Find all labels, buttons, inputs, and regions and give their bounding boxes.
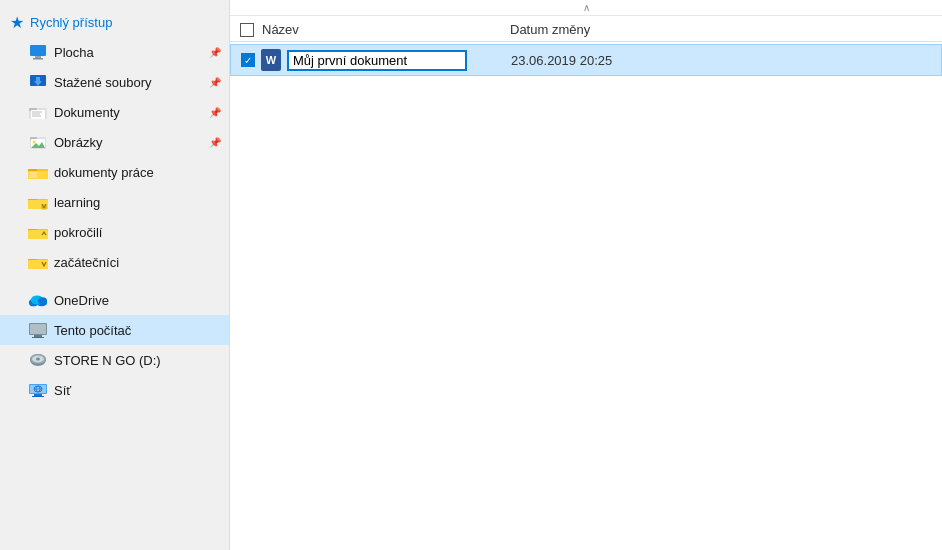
documents-pin-icon: 📌 — [209, 107, 221, 118]
zacatecnici-icon — [28, 252, 48, 272]
documents-label: Dokumenty — [54, 105, 120, 120]
sidebar-quick-access[interactable]: ★ Rychlý přístup — [0, 8, 229, 37]
table-row[interactable]: ✓ 23.06.2019 20:25 — [230, 44, 942, 76]
svg-rect-37 — [34, 335, 42, 337]
desktop-pin-icon: 📌 — [209, 47, 221, 58]
learning-icon — [28, 192, 48, 212]
onedrive-label: OneDrive — [54, 293, 109, 308]
file-name-input[interactable] — [287, 50, 467, 71]
sit-icon — [28, 380, 48, 400]
file-checkbox[interactable]: ✓ — [241, 53, 255, 67]
sidebar-item-tento-pocitac[interactable]: Tento počítač — [0, 315, 229, 345]
svg-point-42 — [36, 358, 40, 361]
header-checkbox[interactable] — [240, 23, 254, 37]
quick-access-label: Rychlý přístup — [30, 15, 112, 30]
downloads-pin-icon: 📌 — [209, 77, 221, 88]
sidebar-item-onedrive[interactable]: OneDrive — [0, 285, 229, 315]
store-label: STORE N GO (D:) — [54, 353, 161, 368]
star-icon: ★ — [10, 13, 24, 32]
sidebar-item-downloads[interactable]: Stažené soubory 📌 — [0, 67, 229, 97]
sidebar-item-pokrocili[interactable]: pokročilí — [0, 217, 229, 247]
pokrocili-label: pokročilí — [54, 225, 102, 240]
documents-icon — [28, 102, 48, 122]
store-icon — [28, 350, 48, 370]
desktop-label: Plocha — [54, 45, 94, 60]
sidebar-item-sit[interactable]: Síť — [0, 375, 229, 405]
svg-rect-11 — [32, 116, 41, 117]
main-content: ∧ Název Datum změny ✓ 23.06.2019 20:25 — [230, 0, 942, 550]
checkmark-icon: ✓ — [244, 55, 252, 66]
svg-rect-10 — [32, 114, 40, 115]
sidebar-item-pictures[interactable]: Obrázky 📌 — [0, 127, 229, 157]
tento-pocitac-icon — [28, 320, 48, 340]
scroll-up-arrow: ∧ — [583, 2, 590, 13]
pokrocili-icon — [28, 222, 48, 242]
pictures-pin-icon: 📌 — [209, 137, 221, 148]
dokumenty-prace-label: dokumenty práce — [54, 165, 154, 180]
svg-point-34 — [38, 297, 47, 304]
sidebar-item-dokumenty-prace[interactable]: dokumenty práce — [0, 157, 229, 187]
sidebar-item-documents[interactable]: Dokumenty 📌 — [0, 97, 229, 127]
svg-rect-1 — [35, 56, 41, 58]
svg-rect-46 — [32, 396, 44, 397]
sit-label: Síť — [54, 383, 71, 398]
column-name-area: Název — [230, 22, 490, 37]
file-row-left: ✓ — [231, 49, 491, 71]
sidebar-item-desktop[interactable]: Plocha 📌 — [0, 37, 229, 67]
column-header: Název Datum změny — [230, 16, 942, 42]
pictures-label: Obrázky — [54, 135, 102, 150]
divider-1 — [0, 277, 229, 285]
dokumenty-prace-icon — [28, 162, 48, 182]
downloads-icon — [28, 72, 48, 92]
zacatecnici-label: začátečníci — [54, 255, 119, 270]
svg-rect-0 — [30, 45, 46, 56]
column-name-label: Název — [262, 22, 299, 37]
scroll-top: ∧ — [230, 0, 942, 16]
sidebar-item-zacatecnici[interactable]: začátečníci — [0, 247, 229, 277]
desktop-icon — [28, 42, 48, 62]
svg-point-15 — [33, 141, 36, 144]
learning-label: learning — [54, 195, 100, 210]
svg-rect-20 — [29, 172, 37, 178]
svg-rect-38 — [32, 337, 44, 338]
file-date: 23.06.2019 20:25 — [491, 53, 941, 68]
word-doc-icon — [261, 49, 281, 71]
column-date-label: Datum změny — [490, 22, 942, 37]
svg-rect-5 — [36, 77, 40, 82]
tento-pocitac-label: Tento počítač — [54, 323, 131, 338]
sidebar: ★ Rychlý přístup Plocha 📌 Stažené soubor… — [0, 0, 230, 550]
svg-rect-2 — [33, 58, 43, 60]
svg-rect-9 — [32, 112, 42, 113]
file-list: ✓ 23.06.2019 20:25 — [230, 42, 942, 550]
svg-rect-36 — [30, 324, 46, 334]
sidebar-item-store[interactable]: STORE N GO (D:) — [0, 345, 229, 375]
sidebar-item-learning[interactable]: learning — [0, 187, 229, 217]
svg-rect-45 — [34, 394, 42, 396]
downloads-label: Stažené soubory — [54, 75, 152, 90]
pictures-icon — [28, 132, 48, 152]
onedrive-icon — [28, 290, 48, 310]
